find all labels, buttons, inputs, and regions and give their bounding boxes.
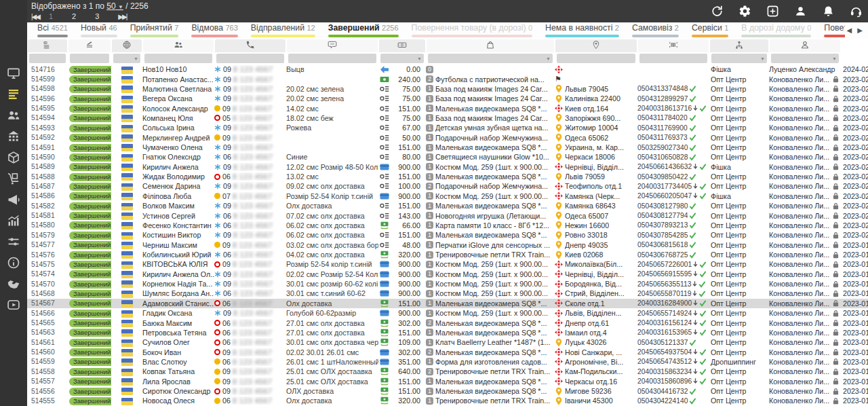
filter-manager[interactable]: ▼ bbox=[771, 54, 839, 63]
sidebar-item-orders[interactable] bbox=[0, 86, 27, 105]
table-row[interactable]: 514574ЗавершенийКирилич Анжела Ол...098 … bbox=[27, 270, 868, 279]
filter-phone[interactable] bbox=[216, 54, 284, 63]
sidebar-item-info[interactable] bbox=[0, 255, 27, 274]
table-row[interactable]: 514576ЗавершенийКобилинський Юрий068 123… bbox=[27, 250, 868, 259]
table-row[interactable]: 514595ЗавершенийКолосок Александр098 123… bbox=[27, 103, 868, 113]
table-row[interactable]: 514716ЗавершенийНов10 Нов10098 123 4567В… bbox=[27, 64, 868, 74]
tab-7[interactable]: Нема в наявності 2 bbox=[545, 22, 619, 39]
tab-4[interactable]: Відправлений 12 bbox=[251, 22, 315, 39]
tab-10[interactable]: В дорозі додому 0 bbox=[741, 22, 811, 39]
table-row[interactable]: 514580ЗавершенийФесенко Константин068 12… bbox=[27, 221, 868, 230]
table-row[interactable]: 514588ЗавершенийЖидак Володимир068 123 4… bbox=[27, 172, 868, 181]
table-row[interactable]: 514568ЗавершенийШумляс Богдана Ан...068 … bbox=[27, 289, 868, 298]
table-row[interactable]: 514558ЗавершенийКовпак Татьяна098 123 45… bbox=[27, 367, 868, 376]
filter-location[interactable] bbox=[557, 54, 635, 63]
last-page-button[interactable]: ▶▶| bbox=[118, 13, 126, 20]
tab-3[interactable]: Відмова 763 bbox=[191, 22, 237, 39]
filter-client[interactable] bbox=[144, 54, 212, 63]
tabs-scroll-left[interactable]: ◀ bbox=[847, 26, 852, 34]
table-row[interactable]: 514581ЗавершенийУстинов Сергей068 123 45… bbox=[27, 210, 868, 220]
column-header-client[interactable] bbox=[143, 39, 214, 52]
filter-comment[interactable] bbox=[288, 54, 376, 63]
table-row[interactable]: 514579ЗавершенийКостишин Виктор098 123 4… bbox=[27, 230, 868, 240]
table-row[interactable]: 514598ЗавершенийМалютина Светлана098 123… bbox=[27, 84, 868, 94]
column-header-phone[interactable] bbox=[215, 39, 285, 52]
table-row[interactable]: 514566ЗавершенийГладик Оксана098 123 456… bbox=[27, 308, 868, 318]
sidebar-item-dashboard[interactable] bbox=[0, 65, 27, 84]
bell-icon[interactable] bbox=[822, 5, 835, 18]
sidebar-item-company[interactable] bbox=[0, 128, 27, 147]
table-row[interactable]: 514559ЗавершенийВлас Слотюу068 123 45672… bbox=[27, 357, 868, 367]
sidebar-item-partners[interactable] bbox=[0, 276, 27, 295]
filter-product[interactable]: ▼ bbox=[428, 54, 553, 63]
table-row[interactable]: 514557ЗавершенийЛила Ярослав098 123 4567… bbox=[27, 377, 868, 386]
filter-status[interactable] bbox=[70, 54, 109, 63]
column-header-product[interactable] bbox=[427, 39, 554, 52]
page-3-button[interactable]: 3 bbox=[95, 12, 99, 20]
table-row[interactable]: 514594ЗавершенийКомпанец Юля058 123 4567… bbox=[27, 113, 868, 123]
filter-payment[interactable]: ▼ bbox=[380, 54, 424, 63]
column-header-payment[interactable] bbox=[379, 39, 425, 52]
column-header-source[interactable] bbox=[112, 39, 142, 52]
first-page-button[interactable]: |◀◀ bbox=[31, 13, 39, 20]
table-row[interactable]: 514586ЗавершенийФіліпова Люба078 123 456… bbox=[27, 191, 868, 201]
page-2-button[interactable]: 2 bbox=[72, 12, 76, 20]
column-header-channel[interactable] bbox=[710, 39, 768, 52]
tab-2[interactable]: Прийнятий 7 bbox=[130, 22, 179, 39]
filter-channel[interactable]: ▼ bbox=[711, 54, 767, 63]
table-row[interactable]: 514596ЗавершенийВегера Оксана098 123 456… bbox=[27, 94, 868, 103]
order-date: 2023-01 bbox=[841, 319, 868, 327]
support-headset-icon[interactable] bbox=[850, 5, 863, 18]
column-header-id[interactable]: ID bbox=[28, 39, 67, 52]
filter-tracking[interactable] bbox=[639, 54, 707, 63]
order-id: 514560 bbox=[27, 348, 68, 356]
table-row[interactable]: 514556ЗавершенийСиротюк Олександр098 123… bbox=[27, 386, 868, 396]
sidebar-item-marketing[interactable] bbox=[0, 191, 27, 210]
sidebar-item-settings[interactable] bbox=[0, 234, 27, 253]
column-header-manager[interactable] bbox=[770, 39, 840, 52]
column-header-tracking[interactable] bbox=[638, 39, 709, 52]
column-header-comment[interactable] bbox=[287, 39, 378, 52]
tab-1[interactable]: Новый 46 bbox=[81, 22, 117, 39]
user-icon[interactable] bbox=[794, 5, 807, 18]
sidebar-item-clients[interactable] bbox=[0, 107, 27, 126]
tab-6[interactable]: Повернення товару (в дорозі) 0 bbox=[412, 22, 532, 39]
tab-5[interactable]: Завершений 2256 bbox=[328, 22, 399, 39]
page-size-dropdown[interactable]: 50 ▼ bbox=[106, 1, 123, 11]
table-row[interactable]: 514582ЗавершенийВолков Максим098 123 456… bbox=[27, 201, 868, 210]
table-row[interactable]: 514560ЗавершенийБокоч Иван098 123 456702… bbox=[27, 347, 868, 356]
table-row[interactable]: 514589ЗавершенийКирилич Анжела098 123 45… bbox=[27, 162, 868, 172]
page-1-button[interactable]: 1 bbox=[49, 12, 53, 20]
table-row[interactable]: 514555ЗавершенийНовосад Олеся068 123 456… bbox=[27, 396, 868, 405]
table-row[interactable]: 514563ЗавершенийПетровська Тетяна068 123… bbox=[27, 328, 868, 337]
tabs-scroll-right[interactable]: ▶ bbox=[857, 26, 863, 34]
table-row[interactable]: 514599ЗавершенийПотапенко Анастас...098 … bbox=[27, 74, 868, 84]
table-row[interactable]: 514591ЗавершенийЧумаченко Олена098 123 4… bbox=[27, 143, 868, 152]
filter-id[interactable] bbox=[29, 54, 66, 63]
tab-9[interactable]: Сервіси 1 bbox=[692, 22, 728, 39]
table-row[interactable]: 514587ЗавершенийСеменюк Дарина098 123 45… bbox=[27, 181, 868, 191]
table-row[interactable]: 514590ЗавершенийГнатюк Олексндр068 123 4… bbox=[27, 152, 868, 162]
column-header-status[interactable] bbox=[68, 39, 111, 52]
table-row[interactable]: 514575ЗавершенийКВІТОВСЬКА ЮЛІЯ098 123 4… bbox=[27, 259, 868, 269]
table-row[interactable]: 514570ЗавершенийКорнелюк Надія Та...098 … bbox=[27, 279, 868, 289]
table-row[interactable]: 514565ЗавершенийБаюка Максим068 123 4567… bbox=[27, 318, 868, 327]
table-row[interactable]: 514567ЗавершенийАдамовский Станис...068 … bbox=[27, 299, 868, 308]
country-flag-icon bbox=[111, 260, 142, 269]
tab-11[interactable]: Повернення (завершений) 125 bbox=[824, 22, 845, 39]
tab-8[interactable]: Самовивіз 2 bbox=[632, 22, 679, 39]
sidebar-item-statistics[interactable] bbox=[0, 213, 27, 232]
sidebar-item-products[interactable] bbox=[0, 149, 27, 168]
settings-gear-icon[interactable] bbox=[738, 5, 751, 18]
sidebar-item-tutorials[interactable] bbox=[0, 297, 27, 316]
sidebar-item-purchases[interactable] bbox=[0, 170, 27, 189]
add-square-icon[interactable] bbox=[766, 5, 779, 18]
table-row[interactable]: 514561ЗавершенийСучилов Олег068 123 4567… bbox=[27, 337, 868, 347]
tab-0[interactable]: Всі 4521 bbox=[37, 22, 68, 39]
filter-source[interactable]: ▼ bbox=[113, 54, 140, 63]
table-row[interactable]: 514593ЗавершенийСольська Ірина098 123 45… bbox=[27, 123, 868, 132]
table-row[interactable]: 514577ЗавершенийЧерниш Максим098 123 456… bbox=[27, 240, 868, 249]
table-row[interactable]: 514592ЗавершенийМерклингер Андрей098 123… bbox=[27, 133, 868, 143]
refresh-icon[interactable] bbox=[711, 5, 724, 18]
column-header-location[interactable] bbox=[555, 39, 637, 52]
